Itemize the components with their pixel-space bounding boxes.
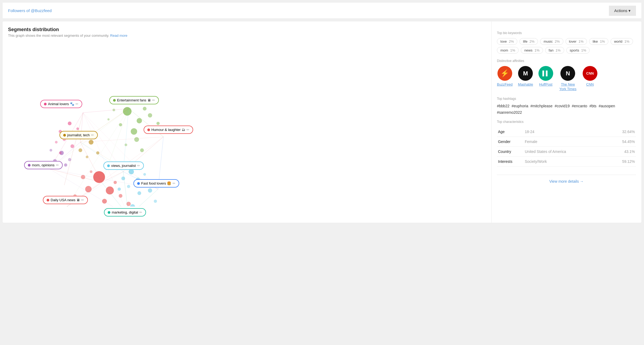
edit-icon[interactable]: ✏ — [186, 128, 189, 132]
affinities-row: ⚡ BuzzFeed M Mashable ▌▌ HuffPost N The … — [497, 66, 636, 91]
affinity-item[interactable]: ▌▌ HuffPost — [538, 66, 553, 87]
svg-point-13 — [106, 186, 114, 194]
svg-point-40 — [130, 204, 135, 207]
hashtag[interactable]: #ausopen — [599, 104, 615, 108]
affinities-title: Distinctive affinities — [497, 59, 636, 63]
affinity-icon: ⚡ — [497, 66, 512, 81]
svg-point-7 — [156, 122, 160, 125]
segment-dot — [107, 164, 110, 167]
edit-icon[interactable]: ✏ — [91, 133, 94, 137]
char-pct: 32.64% — [607, 127, 636, 137]
char-pct: 54.45% — [607, 137, 636, 146]
segment-label-text: Fast food lovers 🍔 — [141, 181, 171, 185]
edit-icon[interactable]: ✏ — [137, 164, 140, 168]
affinity-name[interactable]: BuzzFeed — [497, 82, 513, 87]
affinity-name[interactable]: CNN — [586, 82, 594, 87]
actions-button[interactable]: Actions ▾ — [609, 6, 636, 16]
char-pct: 43.1% — [607, 146, 636, 156]
svg-point-20 — [114, 181, 117, 184]
svg-point-37 — [118, 188, 121, 191]
left-panel: Segments distribution This graph shows t… — [3, 21, 489, 223]
svg-line-60 — [50, 113, 83, 169]
affinity-item[interactable]: N The New York Times — [559, 66, 577, 91]
affinity-item[interactable]: ⚡ BuzzFeed — [497, 66, 513, 87]
view-more-link[interactable]: View more details → — [497, 175, 636, 186]
bio-keyword: love 2% — [497, 38, 517, 45]
segment-label-text: Humour & laughter 🗂 — [151, 128, 185, 132]
hashtag[interactable]: #bbb22 — [497, 104, 510, 108]
right-panel: Top bio keywords love 2%life 2%music 2%l… — [491, 21, 641, 223]
page-wrapper: Followers of @Buzzfeed Actions ▾ Segment… — [0, 0, 644, 345]
characteristic-row: Age 18-24 32.64% — [497, 127, 636, 137]
segment-dot — [108, 211, 110, 214]
bio-keyword: like 1% — [589, 38, 608, 45]
svg-point-35 — [127, 185, 130, 188]
svg-line-74 — [129, 189, 158, 207]
segment-journalist-tech[interactable]: journalist, tech ✏ — [59, 131, 98, 139]
char-value: 18-24 — [524, 127, 607, 137]
top-bar: Followers of @Buzzfeed Actions ▾ — [3, 3, 641, 19]
segment-mom-opinions[interactable]: mom, opinions ✏ — [24, 161, 63, 169]
svg-point-38 — [137, 191, 141, 195]
section-subtitle: This graph shows the most relevant segme… — [8, 34, 483, 38]
bio-keyword: music 2% — [540, 38, 563, 45]
svg-point-4 — [119, 123, 122, 126]
segment-fast-food-lovers[interactable]: Fast food lovers 🍔 ✏ — [133, 179, 179, 188]
affinity-icon: M — [518, 66, 533, 81]
hashtag[interactable]: #mitchplease — [530, 104, 553, 108]
char-label: Country — [497, 146, 524, 156]
characteristic-row: Country United States of America 43.1% — [497, 146, 636, 156]
svg-point-51 — [59, 152, 62, 154]
hashtag[interactable]: #bts — [589, 104, 596, 108]
edit-icon[interactable]: ✏ — [152, 98, 155, 102]
segment-views-journalist[interactable]: views, journalist ✏ — [103, 162, 144, 170]
hashtag[interactable]: #encanto — [572, 104, 587, 108]
svg-point-27 — [68, 158, 71, 161]
svg-point-25 — [64, 163, 67, 167]
segment-label-text: journalist, tech — [67, 133, 90, 137]
affinity-item[interactable]: M Mashable — [518, 66, 533, 87]
hashtags-container: #bbb22#euphoria#mitchplease#covid19#enca… — [497, 104, 636, 115]
segment-label-text: views, journalist — [111, 164, 136, 168]
bio-keyword: sports 1% — [566, 47, 590, 54]
bio-keyword: world 1% — [611, 38, 633, 45]
segment-dot — [63, 134, 66, 137]
segment-entertainment-fans[interactable]: Entertainment fans 🖥 ✏ — [109, 96, 159, 104]
edit-icon[interactable]: ✏ — [56, 163, 59, 167]
segment-label-text: marketing, digital — [112, 210, 138, 214]
affinity-name[interactable]: Mashable — [518, 82, 533, 87]
svg-point-30 — [96, 151, 99, 155]
svg-point-3 — [131, 128, 137, 135]
read-more-link[interactable]: Read more — [110, 34, 127, 38]
affinity-name[interactable]: The New York Times — [559, 82, 577, 91]
bio-keywords-container: love 2%life 2%music 2%lover 1%like 1%wor… — [497, 38, 636, 54]
segment-humour-laughter[interactable]: Humour & laughter 🗂 ✏ — [144, 126, 193, 134]
segment-daily-usa-news[interactable]: Daily USA news 🖥 ✏ — [43, 196, 88, 204]
svg-point-31 — [86, 156, 88, 158]
char-label: Gender — [497, 137, 524, 146]
segment-dot — [137, 182, 140, 185]
affinity-icon: CNN — [583, 66, 597, 81]
hashtag[interactable]: #covid19 — [555, 104, 570, 108]
segment-marketing-digital[interactable]: marketing, digital ✏ — [104, 208, 146, 216]
affinity-name[interactable]: HuffPost — [539, 82, 553, 87]
edit-icon[interactable]: ✏ — [81, 198, 84, 202]
hashtag[interactable]: #sanremo2022 — [497, 110, 522, 115]
edit-icon[interactable]: ✏ — [139, 210, 142, 214]
bio-keyword: lover 1% — [566, 38, 587, 45]
affinity-item[interactable]: CNN CNN — [583, 66, 597, 87]
affinity-icon: ▌▌ — [538, 66, 553, 81]
char-value: Society/Work — [524, 156, 607, 166]
affinity-icon: N — [560, 66, 575, 81]
segment-label-text: Entertainment fans 🖥 — [117, 98, 151, 102]
network-graph-svg — [8, 40, 483, 207]
svg-point-0 — [123, 107, 132, 116]
segment-animal-lovers[interactable]: Animal lovers 🐾 ✏ — [40, 100, 82, 108]
segment-dot — [147, 129, 150, 131]
edit-icon[interactable]: ✏ — [76, 102, 78, 106]
char-label: Age — [497, 127, 524, 137]
segment-label-text: mom, opinions — [32, 163, 55, 167]
edit-icon[interactable]: ✏ — [173, 181, 175, 185]
hashtag[interactable]: #euphoria — [512, 104, 528, 108]
breadcrumb[interactable]: Followers of @Buzzfeed — [8, 8, 52, 13]
